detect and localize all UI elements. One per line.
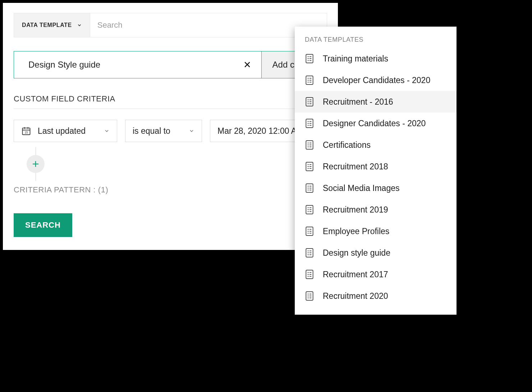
plus-icon [31, 160, 40, 168]
dropdown-item[interactable]: Training materials [295, 48, 457, 69]
dropdown-item-label: Design style guide [323, 248, 390, 258]
close-icon[interactable]: ✕ [243, 60, 251, 69]
search-input[interactable] [90, 13, 327, 37]
criteria-row: 15 Last updated is equal to Mar 28, 2020… [14, 120, 327, 142]
svg-text:15: 15 [24, 131, 28, 134]
dropdown-item-label: Recruitment 2017 [323, 270, 388, 279]
template-icon [305, 97, 314, 107]
template-icon [305, 183, 314, 193]
template-icon [305, 291, 314, 301]
search-button[interactable]: SEARCH [14, 213, 72, 237]
dropdown-item[interactable]: Recruitment 2020 [295, 285, 457, 307]
dropdown-item-label: Recruitment - 2016 [323, 97, 393, 107]
operator-select-label: is equal to [133, 126, 170, 136]
dropdown-item[interactable]: Developer Candidates - 2020 [295, 69, 457, 91]
template-icon [305, 161, 314, 172]
add-criteria-stack [27, 147, 45, 181]
criteria-chip-text: Design Style guide [28, 60, 100, 70]
operator-select[interactable]: is equal to [125, 120, 202, 142]
connector-line [36, 147, 36, 155]
dropdown-item-label: Certifications [323, 140, 371, 150]
data-template-label: DATA TEMPLATE [22, 22, 72, 28]
chevron-down-icon [104, 128, 110, 134]
template-icon [305, 205, 314, 215]
dropdown-item[interactable]: Recruitment 2017 [295, 264, 457, 285]
dropdown-item-label: Developer Candidates - 2020 [323, 76, 430, 85]
template-icon [305, 75, 314, 85]
connector-line [36, 173, 36, 181]
dropdown-item[interactable]: Recruitment 2019 [295, 199, 457, 220]
dropdown-item[interactable]: Social Media Images [295, 177, 457, 199]
criteria-bar: Design Style guide ✕ Add criteria [14, 51, 327, 78]
search-panel: DATA TEMPLATE Design Style guide ✕ Add c… [3, 3, 338, 250]
data-template-dropdown[interactable]: DATA TEMPLATE [14, 13, 90, 37]
template-icon [305, 248, 314, 258]
template-icon [305, 269, 314, 279]
dropdown-item-label: Recruitment 2019 [323, 205, 388, 215]
field-select-label: Last updated [38, 126, 86, 136]
dropdown-item[interactable]: Employee Profiles [295, 220, 457, 242]
template-icon [305, 54, 314, 64]
field-select[interactable]: 15 Last updated [14, 120, 117, 142]
dropdown-item[interactable]: Certifications [295, 134, 457, 156]
template-icon [305, 140, 314, 150]
dropdown-item-label: Employee Profiles [323, 227, 389, 236]
dropdown-item[interactable]: Recruitment 2018 [295, 156, 457, 177]
dropdown-item[interactable]: Designer Candidates - 2020 [295, 113, 457, 134]
chevron-down-icon [189, 128, 194, 134]
dropdown-header: DATA TEMPLATES [295, 36, 457, 48]
value-input-label: Mar 28, 2020 12:00 AM [217, 126, 303, 136]
top-bar: DATA TEMPLATE [14, 13, 327, 37]
dropdown-list: Training materialsDeveloper Candidates -… [295, 48, 457, 307]
add-criteria-plus-button[interactable] [27, 155, 45, 173]
dropdown-item-label: Social Media Images [323, 183, 400, 193]
template-icon [305, 226, 314, 236]
chevron-down-icon [77, 23, 82, 28]
dropdown-item-label: Recruitment 2018 [323, 162, 388, 172]
dropdown-item[interactable]: Recruitment - 2016 [295, 91, 457, 113]
dropdown-item-label: Training materials [323, 54, 388, 64]
calendar-icon: 15 [21, 126, 31, 136]
dropdown-item-label: Designer Candidates - 2020 [323, 119, 426, 128]
template-icon [305, 118, 314, 128]
dropdown-item[interactable]: Design style guide [295, 242, 457, 264]
criteria-pattern-label: CRITERIA PATTERN : (1) [14, 185, 327, 195]
criteria-chip: Design Style guide ✕ [14, 51, 261, 78]
data-templates-dropdown-panel: DATA TEMPLATES Training materialsDevelop… [295, 27, 457, 315]
dropdown-item-label: Recruitment 2020 [323, 291, 388, 301]
custom-field-criteria-title: CUSTOM FIELD CRITERIA [14, 94, 327, 109]
